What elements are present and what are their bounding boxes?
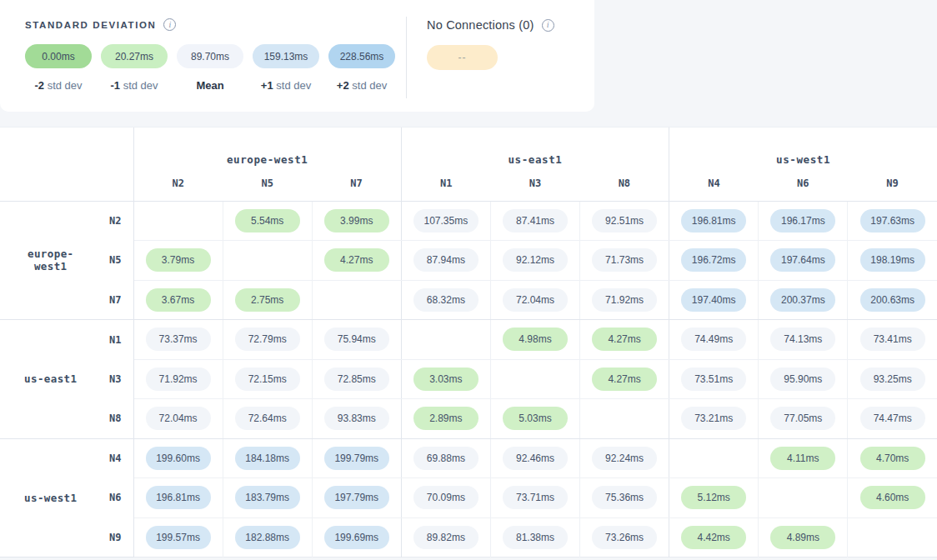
latency-value-pill[interactable]: 92.46ms [503, 447, 568, 470]
matrix-cell: 184.18ms [223, 438, 312, 478]
latency-value-pill[interactable]: 73.41ms [860, 328, 925, 351]
latency-value-pill[interactable]: 197.64ms [770, 248, 835, 272]
latency-value-pill[interactable]: 71.92ms [592, 288, 657, 312]
latency-value-pill[interactable]: 5.12ms [681, 486, 746, 509]
latency-value-pill[interactable]: 89.82ms [413, 526, 479, 549]
matrix-cell [133, 201, 223, 241]
legend-item: 0.00ms -2 std dev [25, 44, 92, 92]
latency-value-pill[interactable]: 93.83ms [324, 407, 389, 430]
latency-value-pill[interactable]: 5.03ms [503, 407, 568, 430]
matrix-cell: 71.92ms [133, 359, 223, 399]
latency-value-pill[interactable]: 196.17ms [770, 209, 835, 232]
latency-value-pill[interactable]: 73.51ms [681, 368, 746, 391]
latency-value-pill[interactable]: 72.85ms [324, 368, 389, 391]
latency-value-pill[interactable]: 73.26ms [592, 526, 657, 549]
latency-value-pill[interactable]: 81.38ms [503, 526, 568, 549]
latency-value-pill[interactable]: 72.15ms [235, 368, 300, 391]
latency-value-pill[interactable]: 4.27ms [592, 368, 657, 391]
latency-value-pill[interactable]: 4.60ms [860, 486, 925, 509]
legend-pill: 20.27ms [101, 44, 168, 68]
latency-value-pill[interactable]: 4.98ms [503, 328, 568, 351]
latency-value-pill[interactable]: 4.89ms [770, 526, 835, 549]
latency-value-pill[interactable]: 3.79ms [146, 248, 211, 272]
info-icon[interactable]: i [542, 19, 554, 32]
legend-item: 89.70ms Mean [177, 44, 243, 92]
latency-value-pill[interactable]: 74.49ms [681, 328, 746, 351]
matrix-cell: 70.09ms [401, 478, 490, 518]
latency-value-pill[interactable]: 74.13ms [770, 328, 835, 351]
latency-value-pill[interactable]: 2.75ms [235, 288, 300, 312]
latency-value-pill[interactable]: 4.11ms [770, 447, 835, 470]
matrix-row: us-west1N6196.81ms183.79ms197.79ms70.09m… [0, 478, 937, 518]
info-icon[interactable]: i [163, 18, 176, 31]
matrix-cell: 92.24ms [580, 438, 669, 478]
latency-value-pill[interactable]: 70.09ms [413, 486, 479, 509]
latency-value-pill[interactable]: 87.41ms [503, 209, 568, 232]
latency-value-pill[interactable]: 200.37ms [770, 288, 835, 312]
legend-item: 20.27ms -1 std dev [101, 44, 168, 92]
matrix-cell: 72.04ms [490, 280, 579, 320]
latency-value-pill[interactable]: 72.79ms [235, 328, 300, 351]
matrix-cell: 87.94ms [401, 241, 490, 281]
latency-value-pill[interactable]: 74.47ms [860, 407, 925, 430]
matrix-cell: 5.54ms [223, 201, 312, 241]
legend-item-label: +2 std dev [337, 79, 387, 92]
matrix-cell: 69.88ms [401, 438, 490, 478]
latency-value-pill[interactable]: 4.27ms [324, 248, 389, 272]
latency-value-pill[interactable]: 196.72ms [681, 248, 746, 272]
latency-value-pill[interactable]: 72.04ms [146, 407, 211, 430]
matrix-cell: 72.79ms [223, 320, 312, 360]
latency-value-pill[interactable]: 196.81ms [146, 486, 211, 509]
latency-value-pill[interactable]: 4.42ms [681, 526, 746, 549]
latency-value-pill[interactable]: 2.89ms [413, 407, 479, 430]
latency-value-pill[interactable]: 184.18ms [235, 447, 300, 470]
latency-value-pill[interactable]: 73.21ms [681, 407, 746, 430]
latency-value-pill[interactable]: 92.51ms [592, 209, 657, 232]
latency-value-pill[interactable]: 107.35ms [413, 209, 479, 232]
latency-value-pill[interactable]: 72.04ms [503, 288, 568, 312]
latency-value-pill[interactable]: 72.64ms [235, 407, 300, 430]
legend-item-label: Mean [196, 79, 223, 92]
latency-value-pill[interactable]: 197.40ms [681, 288, 746, 312]
latency-value-pill[interactable]: 5.54ms [235, 209, 300, 232]
latency-value-pill[interactable]: 87.94ms [413, 248, 479, 272]
latency-value-pill[interactable]: 71.73ms [592, 248, 657, 272]
latency-value-pill[interactable]: 199.57ms [146, 526, 211, 549]
latency-value-pill[interactable]: 196.81ms [681, 209, 746, 232]
latency-value-pill[interactable]: 182.88ms [235, 526, 300, 549]
latency-value-pill[interactable]: 3.67ms [146, 288, 211, 312]
latency-value-pill[interactable]: 73.71ms [503, 486, 568, 509]
latency-value-pill[interactable]: 68.32ms [413, 288, 479, 312]
matrix-cell: 4.98ms [490, 320, 579, 360]
latency-value-pill[interactable]: 4.70ms [860, 447, 925, 470]
row-node-label: N9 [90, 532, 122, 543]
latency-value-pill[interactable]: 75.36ms [592, 486, 657, 509]
matrix-cell: 5.03ms [490, 399, 579, 439]
matrix-cell: 3.03ms [401, 359, 490, 399]
latency-value-pill[interactable]: 200.63ms [860, 288, 925, 312]
legend-card: STANDARD DEVIATION i 0.00ms -2 std dev 2… [0, 0, 594, 112]
latency-value-pill[interactable]: 199.60ms [146, 447, 211, 470]
latency-value-pill[interactable]: 95.90ms [770, 368, 835, 391]
matrix-cell: 72.15ms [223, 359, 312, 399]
latency-value-pill[interactable]: 198.19ms [860, 248, 925, 272]
latency-value-pill[interactable]: 69.88ms [413, 447, 479, 470]
latency-value-pill[interactable]: 75.94ms [324, 328, 389, 351]
latency-value-pill[interactable]: 4.27ms [592, 328, 657, 351]
latency-value-pill[interactable]: 3.99ms [324, 209, 389, 232]
latency-value-pill[interactable]: 92.12ms [503, 248, 568, 272]
latency-matrix-panel: europe-west1us-east1us-west1N2N5N7N1N3N8… [0, 127, 937, 558]
latency-value-pill[interactable]: 93.25ms [860, 368, 925, 391]
column-region-header: us-east1 [401, 128, 669, 178]
latency-value-pill[interactable]: 71.92ms [146, 368, 211, 391]
matrix-cell: 197.64ms [759, 241, 848, 281]
latency-value-pill[interactable]: 73.37ms [146, 328, 211, 351]
latency-value-pill[interactable]: 197.63ms [860, 209, 925, 232]
latency-value-pill[interactable]: 77.05ms [770, 407, 835, 430]
latency-value-pill[interactable]: 197.79ms [324, 486, 389, 509]
latency-value-pill[interactable]: 183.79ms [235, 486, 300, 509]
latency-value-pill[interactable]: 3.03ms [413, 368, 479, 391]
latency-value-pill[interactable]: 199.79ms [324, 447, 389, 470]
latency-value-pill[interactable]: 92.24ms [592, 447, 657, 470]
latency-value-pill[interactable]: 199.69ms [324, 526, 389, 549]
